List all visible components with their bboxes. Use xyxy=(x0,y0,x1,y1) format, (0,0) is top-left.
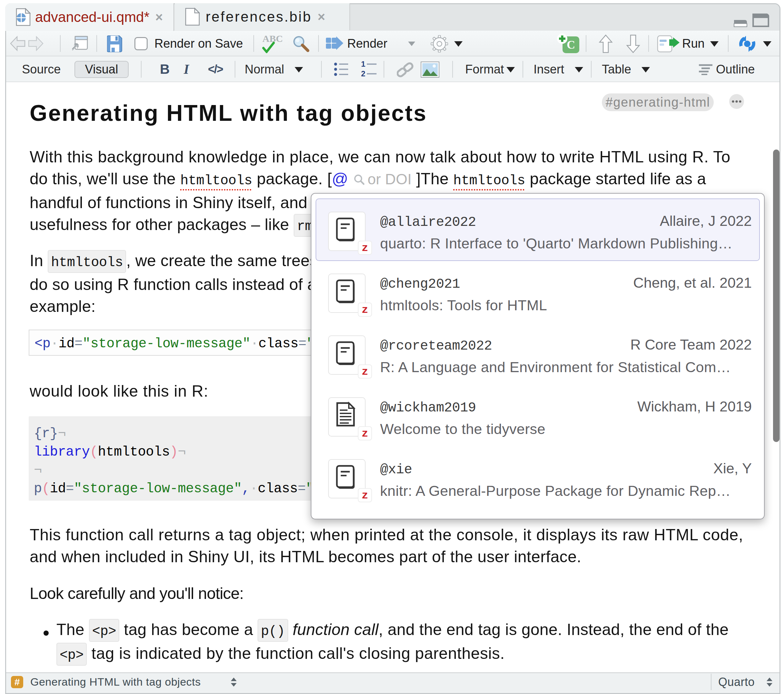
svg-text:1: 1 xyxy=(361,61,365,68)
svg-text:2: 2 xyxy=(361,69,365,78)
